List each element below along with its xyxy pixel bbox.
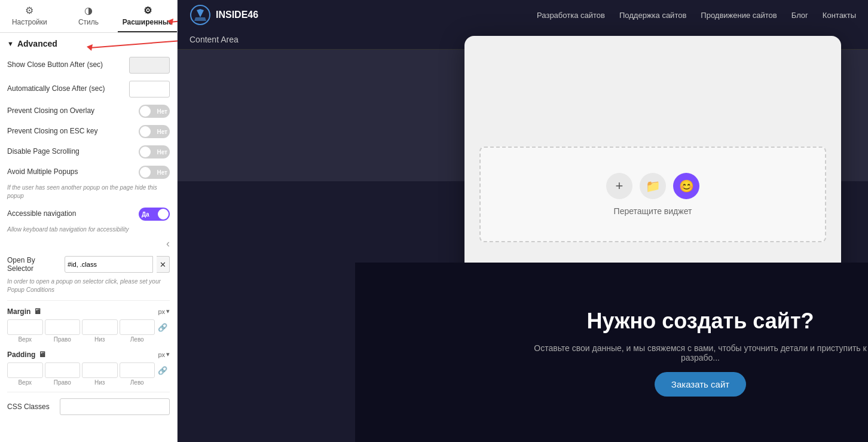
margin-unit-chevron: ▾ — [166, 307, 170, 315]
margin-title: Margin 🖥 — [7, 307, 41, 316]
padding-section: Padding 🖥 px ▾ 🔗 Верх Право Низ Лево — [0, 346, 177, 389]
auto-close-input[interactable] — [129, 81, 170, 97]
bottom-heading: Нужно создать сайт? — [586, 309, 814, 334]
widget-icon-circle: 😊 — [673, 173, 699, 199]
avoid-multiple-row: Avoid Multiple Popups Нет — [0, 162, 177, 182]
padding-unit-value: px — [158, 351, 165, 358]
margin-right-input[interactable] — [45, 319, 81, 335]
show-close-btn-row: Show Close Button After (sec) — [0, 53, 177, 77]
accessible-nav-track[interactable]: Да — [139, 208, 170, 221]
settings-tab-icon: ⚙ — [25, 5, 33, 16]
advanced-tab-label: Расширенные — [123, 18, 173, 26]
nav-logo: INSIDE46 — [190, 4, 258, 26]
tab-advanced[interactable]: ⚙ Расширенные — [118, 0, 177, 32]
padding-unit[interactable]: px ▾ — [158, 350, 170, 358]
margin-bottom-label: Низ — [82, 336, 118, 343]
padding-monitor-icon: 🖥 — [38, 350, 46, 359]
disable-scrolling-row: Disable Page Scrolling Нет — [0, 142, 177, 162]
prevent-closing-overlay-toggle-label: Нет — [157, 108, 167, 115]
margin-label: Margin — [7, 307, 30, 316]
auto-close-label: Automatically Close After (sec) — [7, 84, 129, 94]
tabs: ⚙ Настройки ◑ Стиль ⚙ Расширенные — [0, 0, 177, 33]
prevent-closing-overlay-track[interactable]: Нет — [139, 105, 170, 118]
prevent-closing-overlay-toggle[interactable]: Нет — [139, 105, 170, 118]
padding-left-input[interactable] — [120, 362, 155, 378]
cta-button[interactable]: Заказать сайт — [655, 372, 746, 397]
disable-scrolling-toggle[interactable]: Нет — [139, 145, 170, 158]
auto-close-row: Automatically Close After (sec) — [0, 77, 177, 101]
prevent-closing-overlay-label: Prevent Closing on Overlay — [7, 106, 139, 116]
show-close-btn-select-wrapper[interactable] — [129, 57, 170, 74]
open-by-selector-row: Open By Selector ✕ — [0, 252, 177, 276]
accessible-nav-knob — [158, 209, 169, 220]
prevent-closing-esc-track[interactable]: Нет — [139, 125, 170, 138]
padding-labels: Верх Право Низ Лево — [7, 379, 170, 386]
padding-unit-chevron: ▾ — [166, 350, 170, 358]
nav-link-support[interactable]: Поддержка сайтов — [619, 11, 686, 20]
avoid-multiple-hint: If the user has seen another popup on th… — [0, 182, 177, 204]
collapse-panel-icon[interactable]: ‹ — [166, 237, 170, 250]
nav-link-contacts[interactable]: Контакты — [823, 11, 856, 20]
avoid-multiple-toggle[interactable]: Нет — [139, 166, 170, 179]
css-classes-input[interactable] — [60, 398, 170, 415]
nav-link-blog[interactable]: Блог — [791, 11, 808, 20]
margin-top-input[interactable] — [7, 319, 43, 335]
collapse-arrow-icon: ▼ — [7, 40, 14, 47]
divider-2 — [7, 392, 170, 392]
drop-zone: + 📁 😊 Перетащите виджет — [479, 147, 826, 242]
tab-style[interactable]: ◑ Стиль — [59, 0, 118, 32]
nav-bar: INSIDE46 Разработка сайтов Поддержка сай… — [178, 0, 868, 30]
add-icon-circle: + — [606, 173, 632, 199]
drop-icons: + 📁 😊 — [606, 173, 699, 199]
margin-section: Margin 🖥 px ▾ 🔗 Верх Право Низ Лево — [0, 303, 177, 346]
show-close-btn-select[interactable] — [129, 57, 170, 74]
tab-settings[interactable]: ⚙ Настройки — [0, 0, 59, 32]
avoid-multiple-toggle-label: Нет — [157, 169, 167, 176]
margin-unit-value: px — [158, 308, 165, 315]
margin-inputs: 🔗 — [7, 319, 170, 335]
prevent-closing-esc-toggle[interactable]: Нет — [139, 125, 170, 138]
margin-unit[interactable]: px ▾ — [158, 307, 170, 315]
prevent-closing-esc-row: Prevent Closing on ESC key Нет — [0, 121, 177, 142]
open-by-selector-label: Open By Selector — [7, 256, 61, 273]
right-area: INSIDE46 Разработка сайтов Поддержка сай… — [178, 0, 868, 442]
drop-text: Перетащите виджет — [614, 206, 692, 216]
prevent-closing-overlay-row: Prevent Closing on Overlay Нет — [0, 101, 177, 121]
padding-right-input[interactable] — [45, 362, 81, 378]
margin-right-label: Право — [45, 336, 81, 343]
left-panel: ⚙ Настройки ◑ Стиль ⚙ Расширенные ▼ Adva… — [0, 0, 178, 442]
avoid-multiple-label: Avoid Multiple Popups — [7, 167, 139, 177]
margin-bottom-input[interactable] — [82, 319, 118, 335]
style-tab-icon: ◑ — [84, 5, 93, 16]
padding-bottom-label: Низ — [82, 379, 118, 386]
nav-link-dev[interactable]: Разработка сайтов — [537, 11, 605, 20]
selector-clear-button[interactable]: ✕ — [157, 256, 170, 273]
margin-link-icon[interactable]: 🔗 — [157, 321, 169, 333]
padding-left-label: Лево — [120, 379, 155, 386]
accessible-nav-row: Accessible navigation Да — [0, 204, 177, 224]
padding-link-icon[interactable]: 🔗 — [157, 364, 169, 376]
disable-scrolling-knob — [140, 147, 151, 157]
open-by-selector-input[interactable] — [65, 256, 153, 273]
advanced-tab-icon: ⚙ — [143, 5, 152, 16]
prevent-closing-esc-toggle-label: Нет — [157, 129, 167, 135]
accessible-nav-toggle[interactable]: Да — [139, 208, 170, 221]
accessible-nav-hint: Allow keyboard tab navigation for access… — [0, 224, 177, 237]
prevent-closing-esc-knob — [140, 126, 151, 137]
disable-scrolling-track[interactable]: Нет — [139, 145, 170, 158]
css-classes-row: CSS Classes — [0, 395, 177, 419]
divider-1 — [7, 300, 170, 301]
padding-top-input[interactable] — [7, 362, 43, 378]
section-header[interactable]: ▼ Advanced — [0, 33, 177, 53]
avoid-multiple-track[interactable]: Нет — [139, 166, 170, 179]
nav-link-promo[interactable]: Продвижение сайтов — [701, 11, 777, 20]
add-icon: + — [616, 178, 624, 194]
margin-left-input[interactable] — [120, 319, 155, 335]
show-close-btn-label: Show Close Button After (sec) — [7, 60, 129, 70]
nav-links: Разработка сайтов Поддержка сайтов Продв… — [537, 11, 856, 20]
section-title: Advanced — [17, 39, 57, 48]
padding-bottom-input[interactable] — [82, 362, 118, 378]
css-classes-label: CSS Classes — [7, 403, 55, 411]
margin-header: Margin 🖥 px ▾ — [7, 307, 170, 316]
prevent-closing-overlay-knob — [140, 106, 151, 117]
